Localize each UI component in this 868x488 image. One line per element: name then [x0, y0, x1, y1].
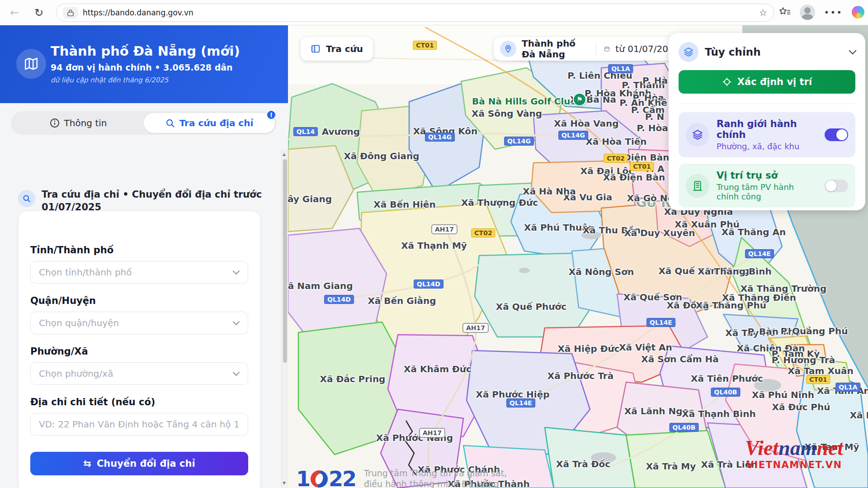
admin-boundaries-toggle[interactable] — [825, 128, 848, 141]
logo-1022[interactable]: 122 — [296, 467, 356, 488]
province-select[interactable]: Chọn tỉnh/thành phố — [30, 261, 248, 284]
map-label: Xã Khâm Đức — [404, 364, 472, 374]
scroll-up-icon[interactable]: ▲ — [283, 152, 286, 156]
district-placeholder: Chọn quận/huyện — [39, 317, 119, 328]
sidebar-header: Thành phố Đà Nẵng (mới) 94 đơn vị hành c… — [0, 25, 288, 103]
map-label: Xã Bến Hiên — [373, 199, 435, 210]
tab-thong-tin[interactable]: Thông tin — [13, 113, 144, 133]
road-badge: CT01 — [630, 162, 654, 171]
convert-button-label: Chuyển đổi địa chỉ — [97, 458, 195, 469]
road-badge: QL14E — [506, 398, 535, 407]
address-bar[interactable]: https://bando.danang.gov.vn ☆ — [56, 4, 774, 22]
admin-stats: 94 đơn vị hành chính • 3.065.628 dân — [51, 62, 233, 72]
road-badge: CT02 — [604, 154, 627, 163]
office-locations-toggle[interactable] — [825, 180, 848, 192]
scroll-down-icon[interactable]: ▼ — [283, 481, 286, 485]
map-label: Xã Tiên Phước — [691, 373, 763, 384]
copilot-icon[interactable] — [852, 6, 864, 19]
date-chip-label: từ 01/07/20 — [615, 43, 668, 54]
map-label: P. Hòa — [637, 123, 668, 133]
panel-layout-icon — [311, 44, 321, 54]
map-label: Xã Trà My — [646, 461, 696, 472]
browser-toolbar: ← ↻ https://bando.danang.gov.vn ☆ ••• — [0, 0, 868, 25]
address-form-card: Tỉnh/Thành phố Chọn tỉnh/thành phố Quận/… — [18, 211, 260, 488]
vietnamnet-watermark: Vietnamnet VIETNAMNET.VN — [745, 438, 843, 470]
road-badge: QL14G — [558, 131, 588, 140]
map-label: Xã Bến Giằng — [368, 295, 436, 306]
lock-icon[interactable] — [63, 7, 78, 19]
scrollbar-thumb[interactable] — [283, 159, 287, 363]
ward-label: Phường/Xã — [30, 346, 248, 357]
map-label: P. Hà — [642, 75, 668, 86]
ward-placeholder: Chọn phường/xã — [39, 368, 113, 379]
locate-button-label: Xác định vị trí — [737, 76, 812, 87]
map-label: Xã Việt An — [619, 342, 672, 353]
road-badge: QL14D — [414, 280, 443, 289]
map-label: Xã Hòa Vang — [554, 118, 618, 129]
ward-select[interactable]: Chọn phường/xã — [30, 362, 248, 385]
option-title: Ranh giới hành chính — [717, 118, 817, 140]
map-label: Xã Thăng An — [722, 227, 786, 237]
detail-address-label: Địa chỉ chi tiết (nếu có) — [30, 397, 248, 407]
customize-panel: Tùy chỉnh Xác định vị trí Ranh giới hành… — [669, 33, 865, 210]
sidebar-scrollbar[interactable]: ▲ ▼ — [281, 149, 288, 488]
divider — [596, 42, 596, 56]
map-label: Xã Thạnh Mỹ — [401, 240, 467, 251]
section-heading: Tra cứu địa chỉ • Chuyển đổi địa chỉ trư… — [18, 188, 262, 214]
bookmark-star-icon[interactable]: ☆ — [759, 7, 767, 18]
map-label: Xã Đắc Pring — [320, 374, 386, 384]
map-label: Xã Quế Phước — [496, 301, 566, 312]
detail-address-input[interactable] — [30, 413, 248, 436]
map-label: Xã Quế Sơn — [623, 292, 682, 303]
road-badge: QL40B — [670, 423, 699, 432]
road-badge: QL14E — [745, 249, 774, 258]
back-button-icon[interactable]: ← — [10, 6, 19, 19]
swap-icon: ⇆ — [83, 458, 91, 469]
location-pin-icon — [500, 41, 516, 57]
convert-address-button[interactable]: ⇆ Chuyển đổi địa chỉ — [30, 452, 248, 475]
alert-badge: ! — [266, 109, 277, 120]
map-label: Xã Nông Sơn — [569, 266, 634, 277]
road-badge: QL14 — [293, 127, 318, 136]
option-office-locations[interactable]: Vị trí trụ sở Trung tâm PV hành chính cô… — [679, 164, 855, 208]
map-label: Xã Hà Nha — [523, 186, 576, 197]
option-subtitle: Trung tâm PV hành chính công — [717, 182, 817, 201]
search-icon — [165, 118, 175, 128]
province-label: Tỉnh/Thành phố — [30, 245, 248, 256]
option-title: Vị trí trụ sở — [717, 170, 817, 181]
url-text: https://bando.danang.gov.vn — [83, 8, 193, 17]
road-badge: CT02 — [471, 228, 495, 237]
location-date-chip[interactable]: Thành phố Đà Nẵng từ 01/07/20 — [494, 37, 675, 61]
profile-avatar[interactable] — [800, 5, 815, 20]
collapse-chevron-icon[interactable] — [849, 47, 857, 55]
map-label: Xã N — [850, 410, 868, 421]
browser-menu-icon[interactable]: ••• — [824, 7, 843, 18]
map-label: Xã Hiệp Đức — [557, 343, 619, 354]
logo-1022-ball-icon — [311, 470, 328, 488]
map-label: Tây Giang — [288, 194, 332, 204]
district-select[interactable]: Chọn quận/huyện — [30, 312, 248, 334]
road-badge: QL14D — [324, 295, 354, 304]
map-search-button[interactable]: Tra cứu — [301, 37, 373, 61]
crosshair-icon — [722, 77, 732, 87]
map-label: Xã Hòa Tiến — [585, 136, 646, 147]
sidebar: Thành phố Đà Nẵng (mới) 94 đơn vị hành c… — [0, 25, 288, 488]
road-badge: QL1A — [608, 64, 633, 73]
map-poi-label: Bà Nà Hills Golf Club — [472, 96, 577, 107]
favorites-bar-icon[interactable] — [779, 7, 791, 18]
poi-marker-icon[interactable]: ⚑ — [573, 93, 586, 106]
layers-icon — [686, 123, 709, 147]
road-badge: CT01 — [806, 375, 830, 384]
locate-me-button[interactable]: Xác định vị trí — [679, 70, 855, 94]
map-label: Xã Phước Trà — [547, 370, 613, 381]
refresh-icon[interactable]: ↻ — [34, 6, 43, 19]
road-badge: QL14G — [425, 133, 455, 142]
map-label: Xã Trà Đốc — [556, 459, 610, 469]
road-badge: QL14E — [646, 318, 675, 327]
map-label: Xã Phú Ninh — [752, 389, 814, 400]
tab-tra-cuu-dia-chi[interactable]: Tra cứu địa chỉ ! — [144, 113, 275, 133]
road-badge: QL1A — [835, 383, 860, 392]
search-circle-icon — [18, 190, 35, 207]
option-admin-boundaries[interactable]: Ranh giới hành chính Phường, xã, đặc khu — [679, 112, 855, 157]
watermark-url: VIETNAMNET.VN — [745, 460, 843, 470]
